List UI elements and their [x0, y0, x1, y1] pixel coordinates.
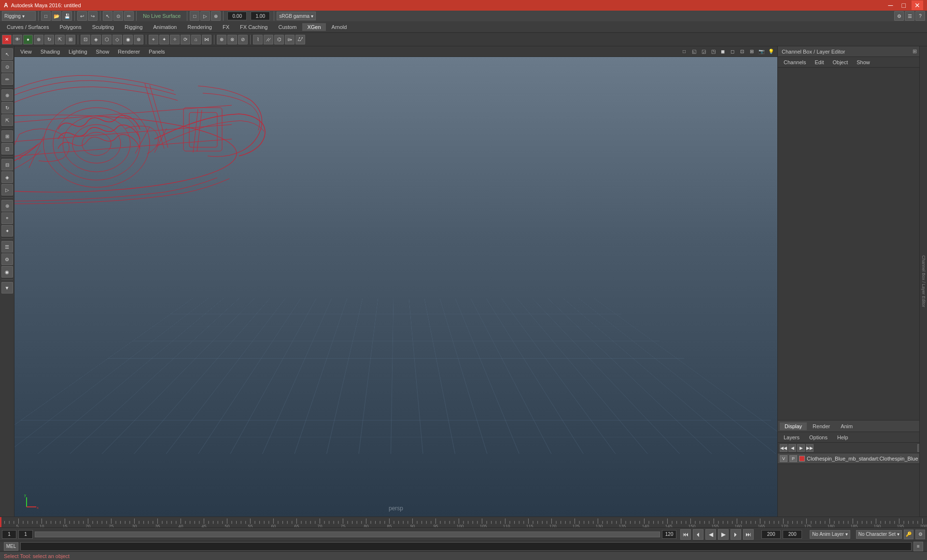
sidebar-render-view[interactable]: ▷ — [1, 184, 13, 196]
skip-forward-btn[interactable]: ⏭ — [743, 529, 754, 540]
icon-rotate[interactable]: ↻ — [44, 35, 54, 44]
menu-sculpting[interactable]: Sculpting — [87, 23, 119, 31]
icon-snap1[interactable]: ⌇ — [253, 35, 263, 44]
timeline-area[interactable] — [0, 517, 927, 527]
layer-row-clothespin[interactable]: V P Clothespin_Blue_mb_standart:Clothesp… — [778, 453, 927, 464]
menu-rigging[interactable]: Rigging — [120, 23, 147, 31]
icon-tool7[interactable]: ⊛ — [134, 35, 143, 44]
icon-tool4[interactable]: ⬡ — [102, 35, 112, 44]
viewport-3d[interactable]: persp x y — [14, 57, 777, 517]
sidebar-snap[interactable]: ⊡ — [1, 143, 13, 154]
end-frame-input[interactable] — [662, 530, 676, 539]
vp-icon-1[interactable]: □ — [680, 47, 688, 56]
script-label[interactable]: MEL — [4, 542, 18, 551]
icon-eye[interactable]: 👁 — [13, 35, 22, 44]
icon-tool11[interactable]: ⟳ — [181, 35, 190, 44]
char-set-key-btn[interactable]: 🔑 — [904, 530, 913, 539]
lighting-menu[interactable]: Lighting — [65, 48, 91, 56]
icon-tool10[interactable]: ✧ — [170, 35, 180, 44]
sidebar-bottom[interactable]: ▼ — [1, 282, 13, 294]
icon-snap2[interactable]: ⌭ — [264, 35, 273, 44]
open-btn[interactable]: 📂 — [52, 11, 61, 21]
sidebar-tool2[interactable]: ⌖ — [1, 212, 13, 224]
settings-btn[interactable]: ⚙ — [894, 11, 904, 21]
prev-frame-btn[interactable]: ⏴ — [693, 529, 703, 540]
vp-icon-8[interactable]: ⊞ — [747, 47, 756, 56]
tab-object[interactable]: Object — [829, 58, 852, 66]
expand-btn[interactable]: ≡ — [913, 542, 923, 551]
new-scene-btn[interactable]: □ — [41, 11, 51, 21]
value2-input[interactable] — [251, 12, 270, 20]
view-menu[interactable]: View — [16, 48, 36, 56]
menu-polygons[interactable]: Polygons — [55, 23, 86, 31]
menu-xgen[interactable]: XGen — [302, 23, 325, 31]
icon-snap4[interactable]: ⌲ — [285, 35, 295, 44]
render2-btn[interactable]: ▷ — [200, 11, 210, 21]
sidebar-rotate[interactable]: ↻ — [1, 102, 13, 113]
paint-btn[interactable]: ✏ — [124, 11, 134, 21]
icon-snap5[interactable]: ⌰ — [295, 35, 305, 44]
select-btn[interactable]: ↖ — [103, 11, 112, 21]
sidebar-scale[interactable]: ⇱ — [1, 114, 13, 126]
render3-btn[interactable]: ⊕ — [211, 11, 221, 21]
sidebar-attr[interactable]: ⚙ — [1, 253, 13, 265]
redo-btn[interactable]: ↪ — [88, 11, 98, 21]
char-set-opt-btn[interactable]: ⚙ — [915, 530, 925, 539]
panels-menu[interactable]: Panels — [145, 48, 169, 56]
undo-btn[interactable]: ↩ — [77, 11, 87, 21]
icon-snap3[interactable]: ⌬ — [274, 35, 284, 44]
gamma-dropdown[interactable]: sRGB gamma ▾ — [277, 12, 316, 20]
layer-skip-forward[interactable]: ▶▶ — [806, 444, 814, 452]
play-back-btn[interactable]: ◀ — [705, 529, 716, 540]
icon-tool8[interactable]: ⌖ — [149, 35, 158, 44]
tab-show[interactable]: Show — [853, 58, 874, 66]
layer-tab-anim[interactable]: Anim — [836, 422, 857, 430]
menu-curves-surfaces[interactable]: Curves / Surfaces — [2, 23, 54, 31]
anim-layer-dropdown[interactable]: No Anim Layer ▾ — [810, 530, 850, 539]
sidebar-move[interactable]: ⊕ — [1, 89, 13, 101]
vp-icon-3[interactable]: ◲ — [699, 47, 708, 56]
icon-tool1[interactable]: ⊞ — [66, 35, 75, 44]
icon-tool14[interactable]: ⊕ — [217, 35, 226, 44]
char-set-dropdown[interactable]: No Character Set ▾ — [856, 530, 902, 539]
icon-tool15[interactable]: ⊗ — [227, 35, 237, 44]
range-end-input[interactable] — [783, 530, 802, 539]
sidebar-lasso[interactable]: ⊙ — [1, 61, 13, 72]
menu-fx-caching[interactable]: FX Caching — [235, 23, 272, 31]
sidebar-grid[interactable]: ⊟ — [1, 159, 13, 170]
menu-rendering[interactable]: Rendering — [183, 23, 217, 31]
layer-subtab-help[interactable]: Help — [833, 434, 852, 441]
sidebar-layers[interactable]: ☰ — [1, 241, 13, 252]
icon-tool13[interactable]: ⋈ — [202, 35, 211, 44]
sidebar-display[interactable]: ◈ — [1, 171, 13, 183]
skip-back-btn[interactable]: ⏮ — [680, 529, 691, 540]
vp-icon-2[interactable]: ◱ — [689, 47, 698, 56]
ui-btn[interactable]: ☰ — [905, 11, 914, 21]
layer-tab-render[interactable]: Render — [808, 422, 835, 430]
help-btn[interactable]: ? — [915, 11, 925, 21]
vp-icon-camera[interactable]: 📷 — [757, 47, 766, 56]
render-btn[interactable]: □ — [190, 11, 199, 21]
start-frame-input[interactable] — [18, 530, 33, 539]
menu-custom[interactable]: Custom — [274, 23, 302, 31]
next-frame-btn[interactable]: ⏵ — [730, 529, 741, 540]
icon-tool16[interactable]: ⊘ — [238, 35, 248, 44]
mode-dropdown[interactable]: Rigging ▾ — [2, 11, 36, 21]
shading-menu[interactable]: Shading — [37, 48, 64, 56]
layer-tab-display[interactable]: Display — [780, 422, 807, 430]
minimize-button[interactable]: ─ — [885, 0, 896, 10]
sidebar-tool3[interactable]: ✦ — [1, 225, 13, 237]
tab-edit[interactable]: Edit — [811, 58, 828, 66]
icon-tool5[interactable]: ◇ — [112, 35, 122, 44]
max-frame-input[interactable] — [761, 530, 781, 539]
range-slider[interactable] — [35, 532, 660, 537]
command-input[interactable] — [20, 542, 912, 551]
menu-arnold[interactable]: Arnold — [327, 23, 352, 31]
current-frame-input[interactable] — [2, 530, 16, 539]
renderer-menu[interactable]: Renderer — [114, 48, 144, 56]
icon-tool9[interactable]: ✦ — [159, 35, 169, 44]
play-btn[interactable]: ▶ — [718, 529, 729, 540]
layer-playback-btn[interactable]: P — [789, 455, 797, 462]
vp-icon-5[interactable]: ◼ — [718, 47, 727, 56]
vp-icon-6[interactable]: ◻ — [728, 47, 737, 56]
